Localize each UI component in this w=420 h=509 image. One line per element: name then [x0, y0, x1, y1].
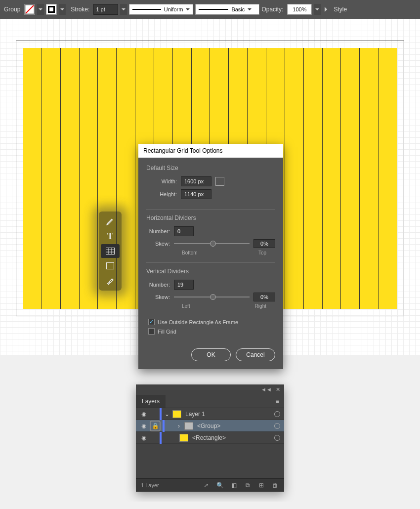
layer-name[interactable]: Layer 1: [185, 411, 205, 418]
search-icon[interactable]: 🔍: [216, 482, 224, 489]
opacity-dropdown[interactable]: [314, 4, 321, 15]
use-outside-checkbox[interactable]: Use Outside Rectangle As Frame: [148, 319, 275, 325]
vdiv-skew-slider[interactable]: [174, 297, 250, 297]
fill-dropdown[interactable]: [37, 4, 44, 15]
style-label: Style: [334, 6, 347, 13]
stroke-weight-dropdown[interactable]: [120, 4, 127, 15]
expand-icon[interactable]: ›: [175, 423, 182, 429]
locate-object-icon[interactable]: ↗: [202, 482, 210, 489]
svg-rect-7: [107, 263, 114, 269]
hdiv-skew-slider[interactable]: [174, 243, 250, 244]
new-sublayer-icon[interactable]: ⧉: [244, 482, 252, 489]
brush-tool-icon[interactable]: [101, 274, 120, 288]
visibility-icon[interactable]: ◉: [140, 411, 148, 418]
svg-rect-2: [106, 248, 115, 254]
layer-row[interactable]: ◉ ⌄ Layer 1: [136, 408, 284, 420]
width-input[interactable]: [181, 176, 211, 186]
vdiv-number-input[interactable]: [174, 280, 194, 290]
close-icon[interactable]: ✕: [276, 386, 280, 393]
stroke-label: Stroke:: [71, 6, 89, 13]
grid-options-dialog: Rectangular Grid Tool Options Default Si…: [138, 144, 283, 369]
hdiv-number-input[interactable]: [174, 226, 194, 236]
target-icon[interactable]: [274, 411, 280, 417]
checkbox-unchecked-icon: [148, 328, 155, 335]
opacity-input[interactable]: [287, 4, 312, 15]
constrain-icon[interactable]: [215, 177, 224, 186]
expand-icon[interactable]: ⌄: [164, 411, 170, 418]
layer-thumb: [172, 410, 181, 418]
layer-name[interactable]: <Rectangle>: [192, 434, 226, 441]
horizontal-dividers-group: Horizontal Dividers Number: Skew: 0% Bot…: [146, 209, 275, 262]
visibility-icon[interactable]: ◉: [140, 434, 148, 441]
layer-name[interactable]: <Group>: [197, 423, 220, 429]
type-tool-icon[interactable]: T: [101, 229, 120, 243]
height-input[interactable]: [181, 189, 211, 199]
layer-color-bar: [163, 420, 165, 432]
layer-row[interactable]: ◉ 🔒 › <Group>: [136, 420, 284, 432]
checkbox-checked-icon: [148, 319, 155, 325]
canvas[interactable]: T Rectangular Grid Tool Options Default …: [0, 19, 420, 355]
stroke-dropdown[interactable]: [59, 4, 66, 15]
tool-flyout: T: [99, 212, 122, 291]
rectangle-tool-icon[interactable]: [101, 259, 120, 273]
brush-definition[interactable]: Basic: [195, 4, 259, 15]
new-layer-icon[interactable]: ⊞: [257, 482, 265, 489]
selection-type: Group: [4, 6, 20, 13]
stroke-weight-input[interactable]: [93, 4, 118, 15]
panel-menu-icon[interactable]: ≡: [271, 395, 284, 408]
layers-tab[interactable]: Layers: [136, 395, 166, 408]
fill-grid-checkbox[interactable]: Fill Grid: [148, 328, 275, 335]
default-size-group: Default Size Width: Height:: [146, 165, 275, 209]
layer-thumb: [179, 434, 188, 442]
cancel-button[interactable]: Cancel: [236, 348, 275, 361]
vdiv-skew-value: 0%: [253, 293, 275, 301]
opacity-label: Opacity:: [261, 6, 283, 13]
dialog-title: Rectangular Grid Tool Options: [138, 144, 283, 158]
variable-width-profile[interactable]: Uniform: [129, 4, 193, 15]
layer-count: 1 Layer: [141, 482, 159, 488]
fill-swatch[interactable]: [24, 4, 35, 15]
delete-icon[interactable]: 🗑: [271, 482, 279, 489]
layer-color-bar: [160, 432, 162, 444]
vertical-dividers-group: Vertical Dividers Number: Skew: 0% LeftR…: [146, 262, 275, 316]
layers-footer: 1 Layer ↗ 🔍 ◧ ⧉ ⊞ 🗑: [136, 478, 284, 492]
control-bar: Group Stroke: Uniform Basic Opacity: Sty…: [0, 0, 420, 19]
target-icon[interactable]: [274, 435, 280, 441]
stroke-swatch[interactable]: [46, 4, 57, 15]
pencil-tool-icon[interactable]: [101, 214, 120, 228]
layer-color-bar: [160, 408, 162, 420]
rectangular-grid-tool-icon[interactable]: [101, 244, 120, 258]
layer-row[interactable]: ◉ <Rectangle>: [136, 432, 284, 444]
ok-button[interactable]: OK: [191, 348, 231, 361]
layers-empty-area[interactable]: [136, 444, 284, 478]
clip-mask-icon[interactable]: ◧: [230, 482, 238, 489]
target-icon[interactable]: [274, 423, 280, 429]
layers-panel: ◄◄ ✕ Layers ≡ ◉ ⌄ Layer 1 ◉ 🔒 › <Group> …: [136, 384, 284, 492]
hdiv-skew-value: 0%: [253, 239, 275, 248]
layer-thumb: [184, 422, 193, 430]
visibility-icon[interactable]: ◉: [140, 423, 148, 429]
lock-icon[interactable]: 🔒: [150, 421, 161, 431]
collapse-icon[interactable]: ◄◄: [261, 386, 272, 393]
next-page-arrow[interactable]: [323, 4, 332, 15]
